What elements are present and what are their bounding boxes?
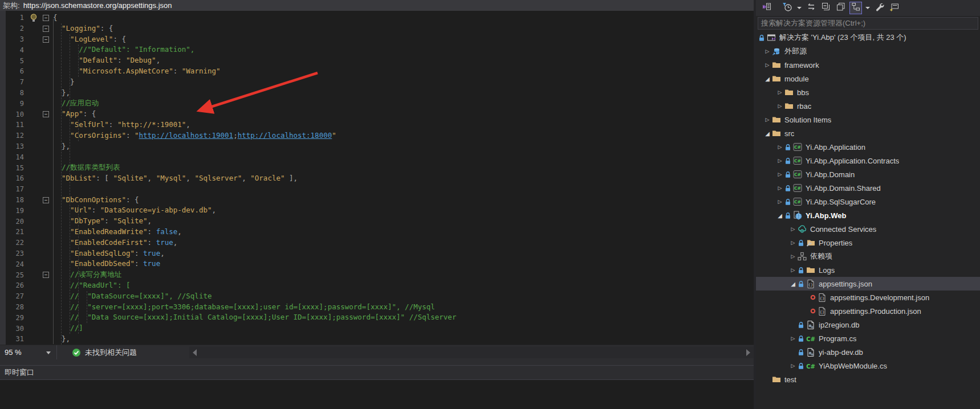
document-health-indicator[interactable]: 未找到相关问题 [72,345,137,359]
chevron-collapsed-icon[interactable]: ▷ [763,62,772,68]
code-line-10[interactable]: 10− "App": { [0,109,754,120]
fold-collapse-icon[interactable]: − [43,272,49,278]
preview-selected-items-button[interactable] [888,2,901,14]
show-all-files-button[interactable] [849,2,862,14]
code-line-19[interactable]: 19 "Url": "DataSource=yi-abp-dev.db", [0,205,754,216]
lightbulb-icon[interactable] [27,13,41,23]
code-line-31[interactable]: 31 }, [0,334,754,345]
code-line-9[interactable]: 9 //应用启动 [0,98,754,109]
fold-collapse-icon[interactable]: − [43,111,49,117]
tree-item-appsettings.json[interactable]: ◢{}appsettings.json [756,277,980,291]
chevron-collapsed-icon[interactable]: ▷ [788,336,798,341]
immediate-window-titlebar[interactable]: 即时窗口 [0,366,754,380]
chevron-expanded-icon[interactable]: ◢ [775,212,784,219]
chevron-collapsed-icon[interactable]: ▷ [788,226,798,232]
tree-item-yi.abp.sqlsugarcore[interactable]: ▷C#Yi.Abp.SqlSugarCore [756,195,980,208]
chevron-collapsed-icon[interactable]: ▷ [775,89,784,95]
solution-explorer-search-input[interactable]: 搜索解决方案资源管理器(Ctrl+;) [758,17,978,30]
chevron-expanded-icon[interactable]: ◢ [788,281,798,287]
code-line-26[interactable]: 26 //"ReadUrl": [ [0,280,754,291]
chevron-collapsed-icon[interactable]: ▷ [763,117,772,122]
code-line-18[interactable]: 18− "DbConnOptions": { [0,195,754,206]
code-line-12[interactable]: 12 "CorsOrigins": "http://localhost:1900… [0,130,754,141]
tree-item-bbs[interactable]: ▷bbs [756,85,980,99]
sync-with-active-document-button[interactable] [805,2,818,14]
fold-collapse-icon[interactable]: − [43,36,49,43]
tree-item-solution-items[interactable]: ▷Solution Items [756,113,980,126]
properties-window-button[interactable] [835,2,847,14]
tree-item-ip2region.db[interactable]: ip2region.db [756,318,980,332]
tree-item-yi.abp.web[interactable]: ◢Yi.Abp.Web [756,208,980,222]
chevron-collapsed-icon[interactable]: ▷ [775,144,784,150]
code-editor[interactable]: 1−{2− "Logging": {3− "LogLevel": {4 //"D… [0,11,754,345]
tree-item-依赖项[interactable]: ▷依赖项 [756,250,980,263]
code-line-15[interactable]: 15 //数据库类型列表 [0,162,754,173]
code-line-7[interactable]: 7 } [0,77,754,88]
tree-item-connected-services[interactable]: ▷Connected Services [756,222,980,236]
chevron-collapsed-icon[interactable]: ▷ [763,48,772,54]
code-line-22[interactable]: 22 "EnabledCodeFirst": true, [0,238,754,248]
code-line-30[interactable]: 30 //] [0,323,754,334]
code-line-20[interactable]: 20 "DbType": "Sqlite", [0,216,754,227]
chevron-collapsed-icon[interactable]: ▷ [788,363,798,369]
tree-item-yi.abp.application[interactable]: ▷C#Yi.Abp.Application [756,140,980,154]
pending-changes-filter-button[interactable] [781,2,794,14]
tree-item-module[interactable]: ◢module [756,72,980,85]
code-line-6[interactable]: 6 "Microsoft.AspNetCore": "Warning" [0,66,754,77]
code-line-25[interactable]: 25− //读写分离地址 [0,269,754,280]
code-line-23[interactable]: 23 "EnabledSqlLog": true, [0,248,754,259]
chevron-collapsed-icon[interactable]: ▷ [775,199,784,204]
tree-item-framework[interactable]: ▷framework [756,58,980,72]
code-line-21[interactable]: 21 "EnabledReadWrite": false, [0,227,754,238]
code-line-4[interactable]: 4 //"Default": "Information", [0,44,754,55]
code-line-1[interactable]: 1−{ [0,13,754,23]
code-line-11[interactable]: 11 "SelfUrl": "http://*:19001", [0,120,754,130]
fold-collapse-icon[interactable]: − [43,15,49,21]
code-line-2[interactable]: 2− "Logging": { [0,23,754,34]
fold-collapse-icon[interactable]: − [43,26,49,32]
tree-item-yi.abp.domain[interactable]: ▷C#Yi.Abp.Domain [756,167,980,181]
fold-collapse-icon[interactable]: − [43,197,49,203]
chevron-collapsed-icon[interactable]: ▷ [775,185,784,191]
tree-item-解决方案-yi.abp-23-个项目-共-23-个-[interactable]: 解决方案 'Yi.Abp' (23 个项目, 共 23 个) [756,31,980,44]
code-line-3[interactable]: 3− "LogLevel": { [0,34,754,45]
chevron-down-icon[interactable] [797,7,802,9]
collapse-all-button[interactable] [820,2,832,14]
tree-item-logs[interactable]: ▷Logs [756,263,980,277]
tree-item-外部源[interactable]: ▷外部源 [756,44,980,58]
scroll-left-icon[interactable] [193,349,197,356]
tree-item-properties[interactable]: ▷Properties [756,236,980,250]
switch-views-button[interactable] [761,2,773,14]
tree-item-yi-abp-dev.db[interactable]: yi-abp-dev.db [756,345,980,359]
code-line-24[interactable]: 24 "EnabledDbSeed": true [0,259,754,269]
code-line-17[interactable]: 17 [0,184,754,195]
tree-item-appsettings.development.json[interactable]: {}appsettings.Development.json [756,291,980,304]
chevron-collapsed-icon[interactable]: ▷ [788,240,798,246]
chevron-collapsed-icon[interactable]: ▷ [788,267,798,273]
horizontal-scrollbar[interactable] [189,346,754,358]
chevron-collapsed-icon[interactable]: ▷ [775,171,784,177]
tree-item-yiabpwebmodule.cs[interactable]: ▷C#YiAbpWebModule.cs [756,359,980,373]
schema-url-combobox[interactable]: https://json.schemastore.org/appsettings… [23,1,754,10]
tree-item-yi.abp.domain.shared[interactable]: ▷C#Yi.Abp.Domain.Shared [756,181,980,195]
code-line-27[interactable]: 27 // "DataSource=[xxxx]", //Sqlite [0,291,754,302]
chevron-down-icon[interactable] [865,7,870,9]
code-line-28[interactable]: 28 // "server=[xxxx];port=3306;database=… [0,302,754,313]
tree-item-appsettings.production.json[interactable]: {}appsettings.Production.json [756,304,980,318]
chevron-expanded-icon[interactable]: ◢ [763,130,772,137]
chevron-expanded-icon[interactable]: ◢ [763,76,772,82]
code-line-16[interactable]: 16 "DbList": [ "Sqlite", "Mysql", "Sqlse… [0,173,754,184]
code-line-29[interactable]: 29 // "Data Source=[xxxx];Initial Catalo… [0,312,754,323]
properties-button[interactable] [873,2,886,14]
chevron-collapsed-icon[interactable]: ▷ [775,158,784,163]
tree-item-program.cs[interactable]: ▷C#Program.cs [756,332,980,345]
tree-item-src[interactable]: ◢src [756,126,980,140]
code-line-5[interactable]: 5 "Default": "Debug", [0,55,754,66]
zoom-level-dropdown[interactable]: 95 % [0,345,57,359]
code-line-14[interactable]: 14 [0,152,754,162]
tree-item-test[interactable]: test [756,373,980,386]
code-line-8[interactable]: 8 }, [0,88,754,99]
scroll-right-icon[interactable] [746,349,750,356]
chevron-collapsed-icon[interactable]: ▷ [775,103,784,109]
chevron-collapsed-icon[interactable]: ▷ [788,253,798,259]
